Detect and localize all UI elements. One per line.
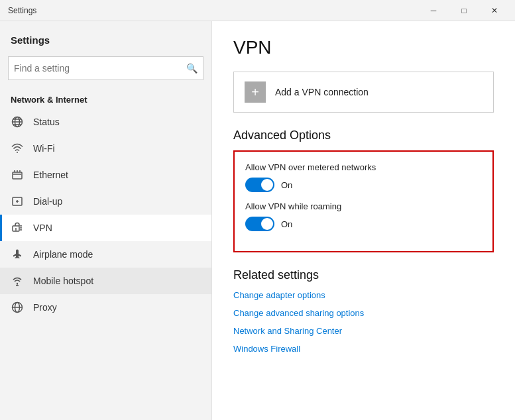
- svg-point-5: [17, 152, 18, 153]
- sidebar-item-wifi-label: Wi-Fi: [33, 143, 55, 154]
- sidebar-section-label: Network & Internet: [0, 88, 211, 109]
- add-icon: +: [245, 81, 266, 103]
- sidebar-item-dialup-label: Dial-up: [33, 196, 62, 207]
- advanced-options-box: Allow VPN over metered networks On Allow…: [233, 150, 494, 252]
- maximize-button[interactable]: □: [449, 0, 479, 21]
- link-windows-firewall[interactable]: Windows Firewall: [233, 344, 494, 354]
- titlebar-controls: ─ □ ✕: [418, 0, 510, 21]
- toggle-row-roaming: Allow VPN while roaming On: [245, 201, 482, 231]
- add-vpn-button[interactable]: + Add a VPN connection: [233, 72, 494, 113]
- sidebar-item-hotspot-label: Mobile hotspot: [33, 276, 93, 286]
- sidebar-item-airplane[interactable]: Airplane mode: [0, 241, 211, 268]
- related-settings-title: Related settings: [233, 268, 494, 282]
- toggle-row-metered: Allow VPN over metered networks On: [245, 162, 482, 192]
- link-change-adapter[interactable]: Change adapter options: [233, 290, 494, 300]
- search-icon: 🔍: [186, 63, 198, 74]
- titlebar-title: Settings: [8, 6, 36, 15]
- add-vpn-label: Add a VPN connection: [275, 87, 369, 97]
- svg-rect-6: [13, 172, 22, 179]
- advanced-options-title: Advanced Options: [233, 129, 494, 142]
- sidebar-item-wifi[interactable]: Wi-Fi: [0, 135, 211, 162]
- titlebar: Settings ─ □ ✕: [0, 0, 515, 21]
- sidebar-item-vpn[interactable]: VPN: [0, 215, 211, 241]
- toggle-roaming-label: Allow VPN while roaming: [245, 201, 482, 211]
- toggle-roaming-state: On: [281, 219, 292, 229]
- toggle-metered-switch[interactable]: [245, 178, 274, 192]
- sidebar-item-proxy[interactable]: Proxy: [0, 294, 211, 321]
- toggle-metered-control: On: [245, 178, 482, 192]
- sidebar-item-airplane-label: Airplane mode: [33, 249, 93, 260]
- toggle-metered-label: Allow VPN over metered networks: [245, 162, 482, 172]
- sidebar-item-hotspot[interactable]: Mobile hotspot: [0, 268, 211, 294]
- content-area: VPN + Add a VPN connection Advanced Opti…: [212, 21, 515, 420]
- sidebar-header: Settings: [0, 21, 211, 51]
- main-layout: Settings 🔍 Network & Internet Status: [0, 21, 515, 420]
- toggle-metered-state: On: [281, 180, 292, 190]
- ethernet-icon: [11, 168, 24, 182]
- vpn-icon: [11, 221, 24, 235]
- airplane-icon: [11, 248, 24, 261]
- svg-point-20: [17, 283, 18, 284]
- link-network-center[interactable]: Network and Sharing Center: [233, 326, 494, 336]
- sidebar-item-vpn-label: VPN: [33, 223, 52, 233]
- toggle-roaming-control: On: [245, 217, 482, 231]
- dialup-icon: [11, 195, 24, 208]
- sidebar-item-ethernet[interactable]: Ethernet: [0, 162, 211, 188]
- hotspot-icon: [11, 274, 24, 288]
- proxy-icon: [11, 301, 24, 314]
- globe-icon: [11, 115, 24, 129]
- toggle-roaming-switch[interactable]: [245, 217, 274, 231]
- sidebar-item-dialup[interactable]: Dial-up: [0, 188, 211, 215]
- link-change-sharing[interactable]: Change advanced sharing options: [233, 308, 494, 318]
- sidebar-item-ethernet-label: Ethernet: [33, 170, 68, 180]
- sidebar-item-status-label: Status: [33, 117, 60, 127]
- wifi-icon: [11, 142, 24, 155]
- svg-point-15: [15, 228, 17, 229]
- page-title: VPN: [233, 37, 494, 58]
- sidebar-item-status[interactable]: Status: [0, 109, 211, 135]
- close-button[interactable]: ✕: [479, 0, 510, 21]
- minimize-button[interactable]: ─: [418, 0, 449, 21]
- search-box[interactable]: 🔍: [8, 56, 203, 80]
- sidebar-item-proxy-label: Proxy: [33, 302, 57, 313]
- sidebar: Settings 🔍 Network & Internet Status: [0, 21, 212, 420]
- search-input[interactable]: [14, 63, 186, 74]
